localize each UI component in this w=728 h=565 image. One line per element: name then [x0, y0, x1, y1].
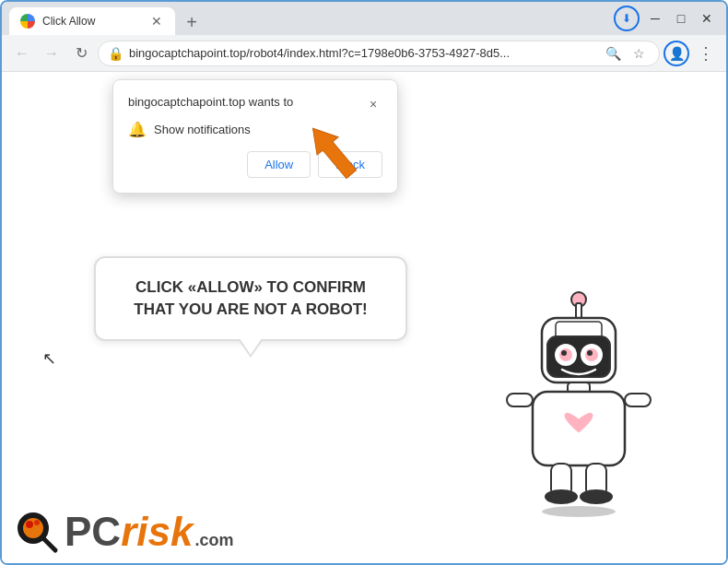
browser-window: Click Allow ✕ + ⬇ ─ □ ✕ ← → ↻ 🔒 bingocap…: [0, 0, 728, 565]
tab-close-button[interactable]: ✕: [149, 14, 164, 29]
page-content: bingocaptchapoint.top wants to × 🔔 Show …: [2, 72, 726, 563]
logo-com: .com: [194, 532, 233, 548]
download-icon[interactable]: ⬇: [614, 6, 640, 31]
svg-point-18: [545, 489, 578, 504]
svg-rect-15: [625, 394, 651, 406]
popup-site-text: bingocaptchapoint.top wants to: [128, 95, 293, 109]
notification-popup: bingocaptchapoint.top wants to × 🔔 Show …: [112, 79, 398, 194]
block-button[interactable]: Block: [318, 151, 382, 178]
popup-buttons: Allow Block: [128, 151, 382, 178]
svg-rect-14: [507, 394, 533, 406]
svg-point-24: [34, 520, 40, 525]
window-controls: ─ □ ✕: [643, 6, 719, 30]
notification-label: Show notifications: [154, 123, 251, 136]
svg-point-19: [580, 489, 613, 504]
tab-favicon: [20, 14, 35, 29]
popup-close-button[interactable]: ×: [364, 95, 382, 113]
lock-icon: 🔒: [108, 46, 123, 61]
browser-tab[interactable]: Click Allow ✕: [9, 7, 175, 35]
speech-bubble: CLICK «ALLOW» TO CONFIRM THAT YOU ARE NO…: [94, 256, 407, 341]
new-tab-button[interactable]: +: [179, 9, 205, 35]
url-icons: 🔍 ☆: [602, 42, 650, 65]
menu-button[interactable]: ⋮: [693, 41, 719, 66]
svg-point-10: [561, 350, 567, 356]
popup-header: bingocaptchapoint.top wants to ×: [128, 95, 382, 113]
maximize-button[interactable]: □: [669, 6, 693, 30]
pcrisk-logo-icon: [13, 508, 61, 556]
popup-notification-row: 🔔 Show notifications: [128, 121, 382, 138]
forward-button[interactable]: →: [39, 41, 65, 66]
profile-button[interactable]: 👤: [663, 41, 689, 66]
svg-point-23: [26, 521, 33, 528]
url-bar[interactable]: 🔒 bingocaptchapoint.top/robot4/index.htm…: [98, 41, 660, 66]
tab-title: Click Allow: [42, 15, 142, 28]
close-button[interactable]: ✕: [695, 6, 719, 30]
svg-line-25: [43, 538, 55, 550]
refresh-button[interactable]: ↻: [68, 41, 94, 66]
svg-point-22: [23, 518, 43, 538]
robot-area: [487, 283, 671, 526]
logo-pc: PC: [65, 512, 121, 552]
title-bar: Click Allow ✕ + ⬇ ─ □ ✕: [2, 2, 726, 35]
bookmark-icon[interactable]: ☆: [628, 42, 650, 65]
address-bar: ← → ↻ 🔒 bingocaptchapoint.top/robot4/ind…: [2, 35, 726, 72]
url-text: bingocaptchapoint.top/robot4/index.html?…: [129, 46, 596, 60]
allow-button[interactable]: Allow: [247, 151, 311, 178]
tab-area: Click Allow ✕ +: [9, 2, 603, 35]
back-button[interactable]: ←: [9, 41, 35, 66]
logo-text: PC risk .com: [65, 512, 233, 552]
svg-point-20: [542, 506, 616, 517]
logo-risk: risk: [121, 512, 193, 552]
svg-point-11: [587, 350, 593, 356]
minimize-button[interactable]: ─: [643, 6, 667, 30]
cursor: ↖: [42, 348, 56, 369]
search-icon[interactable]: 🔍: [602, 42, 624, 65]
logo-area: PC risk .com: [13, 508, 233, 556]
bubble-text: CLICK «ALLOW» TO CONFIRM THAT YOU ARE NO…: [118, 277, 383, 321]
page-inner: bingocaptchapoint.top wants to × 🔔 Show …: [2, 72, 726, 563]
robot-image: [487, 283, 671, 523]
bell-icon: 🔔: [128, 121, 147, 138]
